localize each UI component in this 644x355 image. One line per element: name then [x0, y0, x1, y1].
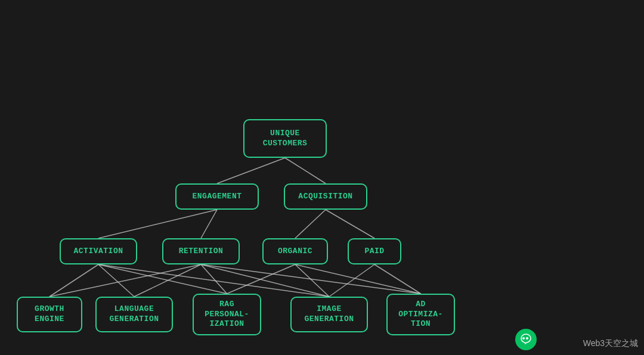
- svg-point-20: [522, 337, 525, 340]
- svg-line-7: [98, 264, 134, 297]
- svg-point-21: [526, 337, 528, 340]
- node-ad-optimization: AD OPTIMIZA- TION: [386, 294, 455, 335]
- svg-line-6: [49, 264, 98, 297]
- node-activation: ACTIVATION: [60, 238, 137, 264]
- diagram-container: UNIQUE CUSTOMERS ENGAGEMENT ACQUISITION …: [0, 0, 644, 355]
- node-language-generation: LANGUAGE GENERATION: [95, 297, 173, 332]
- svg-line-2: [98, 210, 217, 238]
- svg-line-12: [201, 264, 329, 297]
- node-rag-personalization: RAG PERSONAL- IZATION: [193, 294, 261, 335]
- node-growth-engine: GROWTH ENGINE: [17, 297, 82, 332]
- svg-line-5: [326, 210, 374, 238]
- node-engagement: ENGAGEMENT: [175, 183, 259, 210]
- svg-line-15: [295, 264, 421, 294]
- node-acquisition: ACQUISITION: [284, 183, 367, 210]
- svg-line-9: [49, 264, 201, 297]
- node-organic: ORGANIC: [262, 238, 328, 264]
- wechat-icon: [515, 329, 537, 350]
- svg-line-1: [285, 158, 326, 183]
- svg-line-19: [201, 264, 421, 294]
- svg-line-4: [295, 210, 326, 238]
- svg-line-17: [374, 264, 421, 294]
- svg-line-13: [227, 264, 296, 294]
- svg-line-8: [98, 264, 227, 294]
- svg-line-14: [295, 264, 329, 297]
- svg-line-10: [134, 264, 201, 297]
- node-unique-customers: UNIQUE CUSTOMERS: [243, 119, 327, 158]
- watermark: Web3天空之城: [583, 338, 638, 349]
- svg-line-0: [217, 158, 285, 183]
- svg-line-16: [329, 264, 374, 297]
- node-image-generation: IMAGE GENERATION: [290, 297, 368, 332]
- node-paid: PAID: [348, 238, 401, 264]
- svg-line-3: [201, 210, 217, 238]
- svg-line-11: [201, 264, 227, 294]
- node-retention: RETENTION: [162, 238, 240, 264]
- svg-line-18: [98, 264, 329, 297]
